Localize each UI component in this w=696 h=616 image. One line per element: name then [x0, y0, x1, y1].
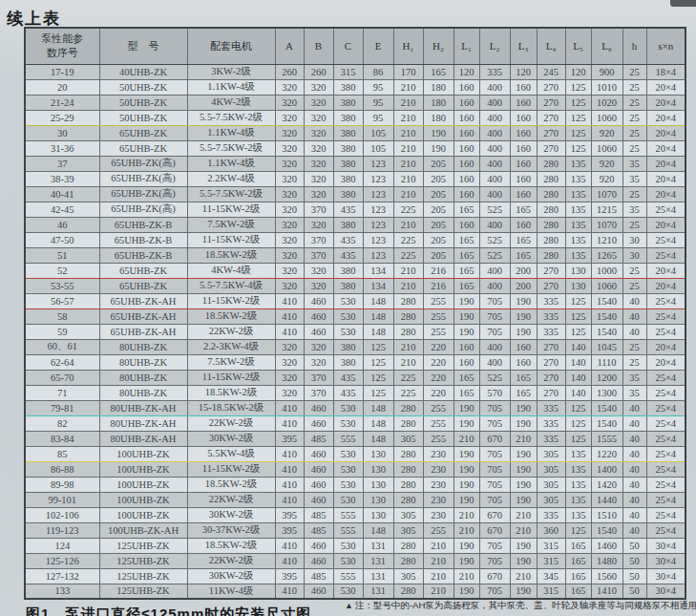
table-cell: 210	[393, 171, 423, 186]
table-cell: 25	[622, 263, 646, 278]
table-cell: 148	[363, 308, 393, 324]
column-header: A	[275, 28, 304, 64]
table-cell: 320	[275, 156, 304, 171]
table-cell: 205	[423, 247, 453, 263]
table-cell: 395	[275, 568, 304, 584]
table-cell: 135	[565, 477, 591, 492]
table-cell: 160	[510, 217, 537, 232]
table-cell: 25×4	[646, 461, 685, 477]
table-cell: 1020	[591, 95, 622, 110]
table-cell: 205	[423, 171, 453, 186]
table-row: 53-5565UHB-ZK5.5-7.5KW-4级320320380134210…	[25, 278, 685, 293]
column-header: h	[622, 28, 646, 64]
table-cell: 1070	[591, 186, 622, 202]
table-cell: 40	[622, 293, 646, 308]
table-cell: 380	[333, 278, 363, 293]
table-cell: 56-57	[25, 293, 99, 308]
table-row: 62-6480UHB-ZK7.5KW-2级3203203801252102201…	[25, 354, 685, 370]
table-cell: 380	[333, 156, 363, 171]
table-cell: 210	[423, 568, 453, 584]
table-cell: 395	[275, 431, 304, 446]
table-cell: 130	[363, 477, 393, 492]
table-cell: 160	[453, 354, 479, 370]
table-cell: 280	[393, 415, 423, 431]
column-header: L₅	[565, 28, 591, 64]
table-cell: 320	[275, 140, 304, 156]
table-cell: 1540	[591, 522, 622, 538]
table-cell: 65UHB-ZK(高)	[99, 156, 187, 171]
table-cell: 160	[453, 339, 479, 354]
table-cell: 410	[275, 584, 304, 599]
table-cell: 260	[304, 64, 333, 79]
table-cell: 530	[333, 538, 363, 553]
table-cell: 100UHB-ZK	[99, 492, 187, 507]
table-cell: 280	[393, 400, 423, 415]
table-cell: 210	[393, 125, 423, 140]
table-cell: 280	[537, 186, 565, 202]
table-cell: 210	[510, 522, 537, 538]
table-cell: 50UHB-ZK	[99, 95, 187, 110]
table-cell: 530	[333, 415, 363, 431]
table-cell: 280	[393, 477, 423, 492]
table-cell: 460	[304, 538, 333, 553]
table-cell: 80UHB-ZK	[99, 385, 187, 400]
table-cell: 190	[453, 553, 479, 568]
header-row: 泵性能参 数序号型 号配套电机ABCEH₁H₂L₁L₂L₃L₄L₅L₆hs×n	[25, 28, 685, 64]
table-cell: 900	[591, 64, 622, 79]
table-row: 60、6180UHB-ZK2.2-3KW-4级32032038012521022…	[25, 339, 685, 354]
table-cell: 7.5KW-2级	[187, 217, 275, 232]
table-cell: 210	[393, 263, 423, 278]
table-cell: 25×4	[646, 492, 685, 507]
table-cell: 315	[537, 538, 565, 553]
table-cell: 40	[622, 324, 646, 339]
table-cell: 82	[25, 415, 99, 431]
table-cell: 30×4	[646, 538, 685, 553]
table-cell: 270	[537, 263, 565, 278]
column-header: s×n	[646, 28, 685, 64]
table-cell: 135	[565, 217, 591, 232]
table-cell: 190	[453, 584, 479, 599]
table-cell: 125UHB-ZK	[99, 553, 187, 568]
table-cell: 530	[333, 553, 363, 568]
table-cell: 280	[393, 553, 423, 568]
table-cell: 5.5-7.5KW-2级	[187, 110, 275, 125]
table-cell: 180	[423, 110, 453, 125]
table-cell: 530	[333, 308, 363, 324]
table-cell: 135	[565, 492, 591, 507]
table-cell: 210	[393, 110, 423, 125]
table-cell: 255	[423, 308, 453, 324]
table-cell: 11-15KW-2级	[187, 202, 275, 217]
table-cell: 123	[363, 171, 393, 186]
table-cell: 80UHB-ZK	[99, 339, 187, 354]
table-cell: 210	[510, 568, 537, 584]
table-cell: 165	[565, 553, 591, 568]
table-cell: 134	[363, 263, 393, 278]
table-cell: 130	[363, 446, 393, 461]
table-cell: 22KW-2级	[187, 324, 275, 339]
table-cell: 1215	[591, 202, 622, 217]
table-cell: 400	[479, 140, 510, 156]
table-cell: 370	[304, 247, 333, 263]
table-cell: 165	[453, 263, 479, 278]
table-cell: 190	[510, 400, 537, 415]
table-cell: 30	[622, 247, 646, 263]
table-cell: 5.5-7.5KW-2级	[187, 186, 275, 202]
table-cell: 920	[591, 156, 622, 171]
table-cell: 255	[423, 522, 453, 538]
table-cell: 125	[363, 339, 393, 354]
table-cell: 25×4	[646, 415, 685, 431]
table-cell: 320	[304, 263, 333, 278]
table-cell: 59	[25, 324, 99, 339]
table-cell: 165	[510, 370, 537, 385]
table-cell: 40	[622, 492, 646, 507]
table-cell: 140	[565, 370, 591, 385]
table-cell: 270	[537, 370, 565, 385]
table-cell: 305	[537, 461, 565, 477]
table-cell: 160	[510, 186, 537, 202]
table-cell: 25×4	[646, 385, 685, 400]
table-cell: 1.1KW-4级	[187, 156, 275, 171]
pump-dimensions-table: 泵性能参 数序号型 号配套电机ABCEH₁H₂L₁L₂L₃L₄L₅L₆hs×n …	[24, 27, 686, 600]
table-cell: 270	[537, 354, 565, 370]
table-cell: 40	[622, 431, 646, 446]
table-cell: 25-29	[25, 110, 99, 125]
